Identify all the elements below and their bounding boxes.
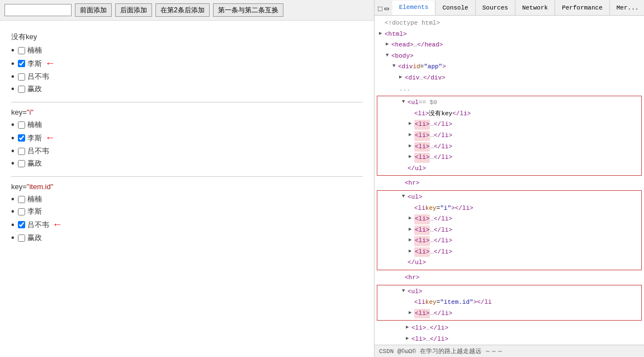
item-checkbox[interactable]: [18, 160, 25, 167]
ul-close-1: </ul>: [377, 163, 641, 175]
add-after-button[interactable]: 后面添加: [115, 3, 152, 17]
add-before-button[interactable]: 前面添加: [75, 3, 112, 17]
item-label[interactable]: 吕不韦: [18, 220, 49, 230]
list-item: 楠楠: [11, 194, 363, 204]
list-item: 赢政: [11, 233, 363, 243]
item-label[interactable]: 楠楠: [18, 194, 42, 204]
tab-more[interactable]: Mer...: [610, 1, 644, 15]
li-no-key[interactable]: <li>没有key</li>: [377, 109, 641, 120]
item-label[interactable]: 赢政: [18, 233, 42, 243]
item-label[interactable]: 楠楠: [18, 45, 42, 55]
item-label[interactable]: 赢政: [18, 158, 42, 168]
item-checkbox[interactable]: [18, 234, 25, 242]
tab-performance[interactable]: Performance: [555, 1, 610, 15]
item-checkbox[interactable]: [18, 60, 25, 67]
left-panel: 前面添加 后面添加 在第2条后添加 第一条与第二条互换 没有key 楠楠 李斯 …: [0, 0, 375, 357]
arrow-icon: ←: [45, 132, 55, 144]
ul-close-2: </ul>: [377, 257, 641, 269]
ellipsis-line: ...: [375, 84, 644, 95]
list-item: 李斯 ←: [11, 132, 363, 144]
li-item-3-3[interactable]: <li>…</li>: [375, 334, 644, 345]
item-checkbox[interactable]: [18, 47, 25, 54]
tab-network[interactable]: Network: [515, 1, 555, 15]
red-box-2: <ul> <li key="i"></li> <li>…</li> <li>…<…: [377, 190, 642, 270]
list-item: 吕不韦: [11, 146, 363, 156]
ul-line-2[interactable]: <ul>: [377, 192, 641, 203]
section1-title: 没有key: [11, 32, 363, 42]
item-label[interactable]: 赢政: [18, 84, 42, 94]
item-label[interactable]: 吕不韦: [18, 146, 49, 156]
section-key-item-id: key="item.id" 楠楠 李斯 吕不韦 ← 赢政: [11, 177, 363, 251]
item-label[interactable]: 李斯: [18, 59, 42, 69]
list-item: 吕不韦 ←: [11, 219, 363, 231]
li-item-1-3[interactable]: <li>…</li>: [377, 142, 641, 153]
list-item: 李斯 ←: [11, 58, 363, 69]
device-icon[interactable]: ▭: [385, 4, 389, 13]
devtools-tab-bar: ⬚ ▭ Elements Console Sources Network Per…: [375, 0, 644, 16]
html-div-collapsed[interactable]: <div…</div>: [375, 73, 644, 84]
section3-title: key="item.id": [11, 182, 363, 191]
li-item-1-2[interactable]: <li>…</li>: [377, 130, 641, 142]
section2-list: 楠楠 李斯 ← 吕不韦 赢政: [11, 120, 363, 168]
cursor-icon[interactable]: ⬚: [378, 4, 382, 13]
text-input[interactable]: [4, 4, 72, 16]
item-checkbox[interactable]: [18, 208, 25, 215]
item-label[interactable]: 李斯: [18, 206, 42, 217]
li-item-2-4[interactable]: <li>…</li>: [377, 247, 641, 258]
list-item: 楠楠: [11, 120, 363, 130]
toolbar: 前面添加 后面添加 在第2条后添加 第一条与第二条互换: [0, 0, 374, 21]
arrow-icon: ←: [53, 219, 63, 231]
tab-sources[interactable]: Sources: [476, 1, 515, 15]
list-item: 赢政: [11, 84, 363, 94]
tab-elements[interactable]: Elements: [392, 1, 436, 15]
section-no-key: 没有key 楠楠 李斯 ← 吕不韦 赢政: [11, 26, 363, 102]
tab-console[interactable]: Console: [435, 1, 475, 15]
item-checkbox[interactable]: [18, 73, 25, 81]
section2-title: key="i": [11, 108, 363, 116]
swap-button[interactable]: 第一条与第二条互换: [213, 3, 283, 17]
li-key-i[interactable]: <li key="i"></li>: [377, 203, 641, 214]
red-box-1: <ul == $0 <li>没有key</li> <li>…</li> <li>…: [377, 96, 642, 176]
li-key-item-id[interactable]: <li key="item.id"></li: [377, 297, 641, 308]
devtools-content: <!doctype html> <html> <head>…</head> <b…: [375, 16, 644, 345]
section-key-i: key="i" 楠楠 李斯 ← 吕不韦 赢政: [11, 102, 363, 177]
item-checkbox[interactable]: [18, 196, 25, 203]
list-item: 楠楠: [11, 45, 363, 55]
li-item-1-1[interactable]: <li>…</li>: [377, 119, 641, 130]
html-line[interactable]: <html>: [375, 29, 644, 40]
li-item-2-1[interactable]: <li>…</li>: [377, 214, 641, 225]
item-label[interactable]: 李斯: [18, 133, 42, 143]
item-checkbox[interactable]: [18, 148, 25, 155]
html-head-line[interactable]: <head>…</head>: [375, 40, 644, 51]
li-item-3-2[interactable]: <li>…</li>: [375, 323, 644, 334]
html-div-app-line[interactable]: <div id="app">: [375, 62, 644, 73]
item-label[interactable]: 吕不韦: [18, 72, 49, 82]
ul-line-1[interactable]: <ul == $0: [377, 97, 641, 109]
section3-list: 楠楠 李斯 吕不韦 ← 赢政: [11, 194, 363, 243]
list-item: 赢政: [11, 158, 363, 168]
html-body-expand-line[interactable]: <body>: [375, 51, 644, 62]
section1-list: 楠楠 李斯 ← 吕不韦 赢政: [11, 45, 363, 94]
footer-bar: CSDN @©ωΩ© 在学习的路上越走越远 ～～～: [375, 345, 644, 357]
html-doctype-line: <!doctype html>: [375, 18, 644, 29]
red-box-3: <ul> <li key="item.id"></li <li>…</li>: [377, 285, 642, 321]
li-item-1-4[interactable]: <li>…</li>: [377, 152, 641, 163]
li-item-2-2[interactable]: <li>…</li>: [377, 225, 641, 236]
arrow-icon: ←: [45, 58, 55, 69]
ul-line-3[interactable]: <ul>: [377, 286, 641, 298]
li-item-2-3[interactable]: <li>…</li>: [377, 236, 641, 247]
li-item-3-1[interactable]: <li>…</li>: [377, 308, 641, 320]
item-checkbox[interactable]: [18, 134, 25, 142]
hr-1: <hr>: [375, 178, 644, 189]
item-label[interactable]: 楠楠: [18, 120, 42, 130]
content-area: 没有key 楠楠 李斯 ← 吕不韦 赢政 key="i": [0, 21, 374, 357]
item-checkbox[interactable]: [18, 221, 25, 228]
devtools-panel: ⬚ ▭ Elements Console Sources Network Per…: [375, 0, 644, 357]
list-item: 李斯: [11, 206, 363, 217]
hr-2: <hr>: [375, 273, 644, 284]
item-checkbox[interactable]: [18, 121, 25, 129]
list-item: 吕不韦: [11, 72, 363, 82]
footer-text: CSDN @©ωΩ© 在学习的路上越走越远 ～～～: [379, 348, 503, 355]
add-after-row2-button[interactable]: 在第2条后添加: [155, 3, 210, 17]
item-checkbox[interactable]: [18, 86, 25, 93]
